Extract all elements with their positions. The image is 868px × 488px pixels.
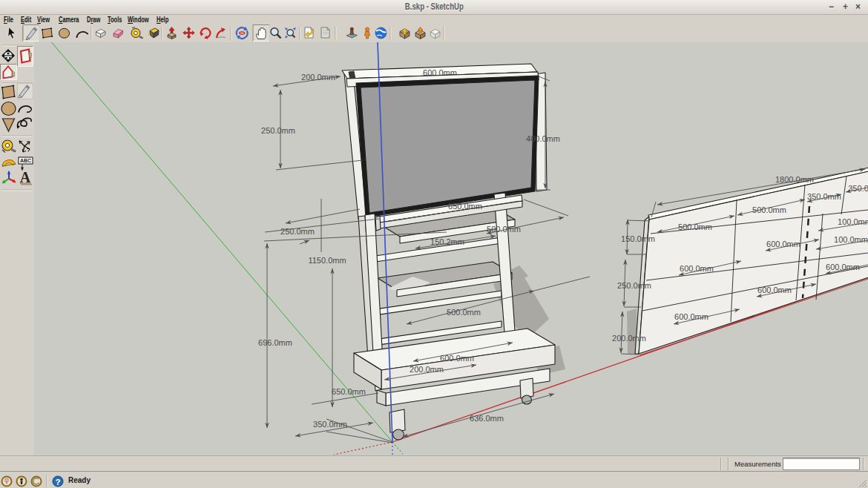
svg-text:200.0mm: 200.0mm: [410, 365, 444, 374]
svg-text:500.0mm: 500.0mm: [678, 222, 712, 231]
svg-text:500.0mm: 500.0mm: [447, 308, 481, 317]
svg-text:ABC: ABC: [20, 158, 31, 163]
svg-text:350.0mm: 350.0mm: [807, 192, 841, 201]
svg-text:200.0mm: 200.0mm: [301, 73, 335, 82]
svg-text:600.0mm: 600.0mm: [440, 354, 474, 363]
svg-text:150.0mm: 150.0mm: [621, 234, 655, 243]
svg-text:1150.0mm: 1150.0mm: [308, 256, 346, 265]
svg-text:500.0mm: 500.0mm: [752, 205, 786, 214]
svg-text:400.0mm: 400.0mm: [526, 134, 560, 143]
svg-text:650.0mm: 650.0mm: [448, 202, 482, 211]
svg-text:100.0mm: 100.0mm: [838, 217, 868, 226]
svg-text:200.0mm: 200.0mm: [612, 334, 646, 343]
svg-text:696.0mm: 696.0mm: [258, 338, 292, 347]
svg-text:250.0mm: 250.0mm: [261, 126, 295, 135]
svg-text:350.0mm: 350.0mm: [313, 420, 347, 429]
svg-text:650.0mm: 650.0mm: [332, 387, 366, 396]
svg-text:600.0mm: 600.0mm: [766, 240, 800, 248]
svg-text:600.0mm: 600.0mm: [680, 264, 714, 273]
svg-text:250.0mm: 250.0mm: [617, 281, 651, 290]
svg-text:600.0mm: 600.0mm: [674, 312, 708, 321]
svg-text:250.0mm: 250.0mm: [280, 227, 315, 236]
svg-text:600.0mm: 600.0mm: [826, 263, 860, 271]
svg-text:600.0mm: 600.0mm: [757, 286, 792, 294]
svg-text:A: A: [20, 169, 31, 185]
svg-text:?: ?: [55, 478, 60, 487]
svg-text:100.0mm: 100.0mm: [834, 235, 868, 244]
svg-text:500.0mm: 500.0mm: [487, 225, 521, 234]
svg-text:1800.0mm: 1800.0mm: [775, 175, 814, 184]
svg-text:350.0: 350.0: [848, 184, 868, 193]
svg-text:150.2mm: 150.2mm: [430, 237, 464, 246]
svg-text:636.0mm: 636.0mm: [470, 414, 504, 423]
